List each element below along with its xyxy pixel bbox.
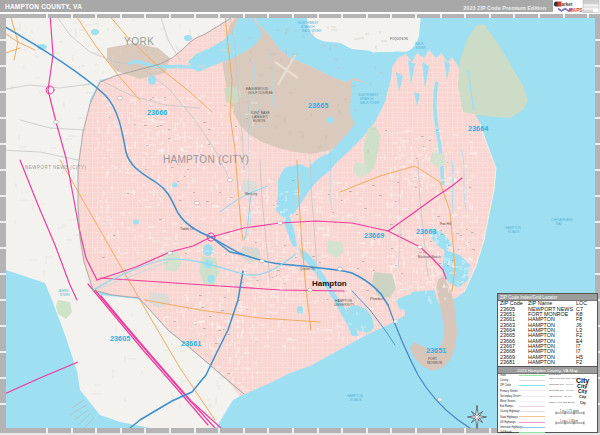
svg-text:23651: 23651 [426, 346, 446, 355]
svg-text:RIVER: RIVER [60, 293, 70, 297]
svg-text:23605: 23605 [110, 334, 130, 343]
svg-text:23669: 23669 [364, 231, 384, 240]
svg-text:23666: 23666 [147, 108, 167, 117]
svg-text:BACK RIVER: BACK RIVER [360, 101, 380, 105]
svg-text:23664: 23664 [468, 124, 489, 133]
svg-text:Buckroe Beach: Buckroe Beach [418, 255, 441, 259]
svg-text:UNIVERSITY: UNIVERSITY [334, 303, 355, 307]
svg-text:1 in = 1.71 miles: 1 in = 1.71 miles [560, 409, 580, 413]
svg-text:23665: 23665 [308, 101, 328, 110]
svg-text:YORK: YORK [124, 36, 154, 47]
svg-text:MONROE: MONROE [427, 361, 443, 365]
svg-text:BACK RIVER: BACK RIVER [302, 29, 322, 33]
svg-text:POQUOSON: POQUOSON [390, 37, 408, 41]
svg-text:Phoebus: Phoebus [370, 297, 384, 301]
svg-text:Todds Ln: Todds Ln [180, 227, 194, 231]
svg-text:MAPS: MAPS [569, 8, 582, 13]
svg-text:arket: arket [562, 2, 573, 7]
svg-text:1 cm = 1.08 km: 1 cm = 1.08 km [560, 419, 578, 423]
svg-text:23661: 23661 [181, 339, 201, 348]
svg-text:Queen St: Queen St [300, 267, 314, 271]
svg-text:GOLF COURSE: GOLF COURSE [248, 91, 273, 95]
svg-text:EUSTIS: EUSTIS [253, 119, 266, 123]
svg-text:23663: 23663 [416, 227, 436, 236]
svg-text:NEWPORT NEWS (CITY): NEWPORT NEWS (CITY) [25, 165, 87, 170]
svg-text:ROADS: ROADS [350, 398, 361, 402]
svg-text:Hampton: Hampton [312, 279, 347, 288]
svg-text:BAY: BAY [556, 222, 563, 226]
svg-text:HAMPTON (CITY): HAMPTON (CITY) [163, 154, 249, 165]
svg-text:Fox Hill: Fox Hill [440, 222, 452, 226]
svg-text:RIVER: RIVER [416, 46, 426, 50]
svg-text:ROADS: ROADS [508, 230, 519, 234]
svg-text:Mercury: Mercury [245, 192, 258, 196]
